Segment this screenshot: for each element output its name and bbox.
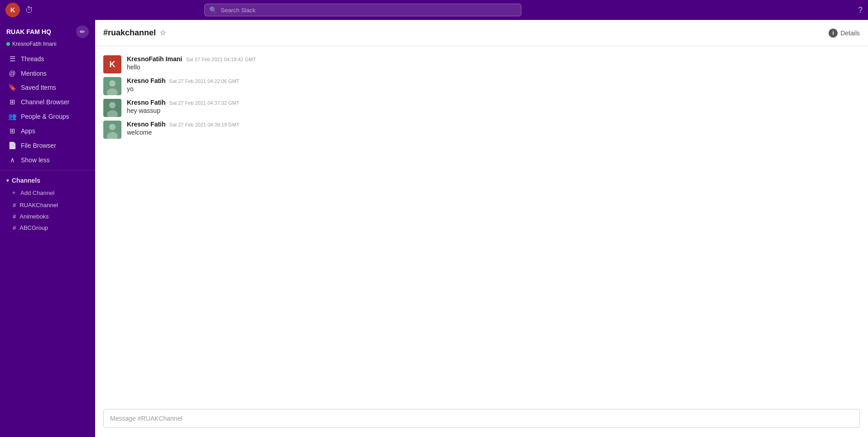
main-content: #ruakchannel ☆ i Details K KresnoFatih I… bbox=[95, 20, 868, 437]
channels-chevron-down-icon: ▾ bbox=[6, 178, 9, 184]
sidebar-item-channel-browser[interactable]: ⊞ Channel Browser bbox=[2, 95, 93, 109]
history-icon[interactable]: ⏱ bbox=[25, 5, 34, 15]
channel-header: #ruakchannel ☆ i Details bbox=[95, 20, 868, 46]
channel-name: ABCGroup bbox=[19, 224, 48, 231]
message-body: KresnoFatih Imani Sat 27 Feb 2021 04:18:… bbox=[127, 55, 256, 71]
message-meta: KresnoFatih Imani Sat 27 Feb 2021 04:18:… bbox=[127, 55, 256, 63]
chevron-up-icon: ∧ bbox=[8, 156, 16, 164]
kresno-avatar bbox=[103, 99, 121, 117]
table-row: K KresnoFatih Imani Sat 27 Feb 2021 04:1… bbox=[103, 55, 860, 73]
add-channel-button[interactable]: ＋ Add Channel bbox=[0, 186, 95, 199]
svg-point-1 bbox=[109, 80, 116, 87]
kresno-avatar bbox=[103, 121, 121, 139]
help-icon[interactable]: ? bbox=[858, 5, 863, 15]
table-row: Kresno Fatih Sat 27 Feb 2021 04:39:19 GM… bbox=[103, 121, 860, 139]
sidebar-item-mentions[interactable]: @ Mentions bbox=[2, 66, 93, 80]
message-time: Sat 27 Feb 2021 04:18:42 GMT bbox=[186, 57, 256, 62]
channel-item-ruakchannel[interactable]: # RUAKChannel bbox=[2, 199, 93, 211]
search-bar[interactable]: 🔍 bbox=[204, 4, 521, 16]
sidebar-item-label: Apps bbox=[21, 127, 35, 135]
sidebar-item-label: Channel Browser bbox=[21, 98, 69, 106]
sidebar-item-threads[interactable]: ☰ Threads bbox=[2, 52, 93, 66]
channel-title: #ruakchannel ☆ bbox=[103, 28, 166, 38]
message-author: KresnoFatih Imani bbox=[127, 55, 182, 63]
hash-icon: # bbox=[13, 224, 16, 231]
hash-icon: # bbox=[13, 202, 16, 209]
message-time: Sat 27 Feb 2021 04:39:19 GMT bbox=[169, 122, 240, 127]
online-indicator bbox=[6, 42, 10, 46]
sidebar-item-label: Show less bbox=[21, 156, 50, 164]
sidebar-username: KresnoFatih Imani bbox=[12, 41, 56, 47]
message-author: Kresno Fatih bbox=[127, 99, 166, 106]
message-body: Kresno Fatih Sat 27 Feb 2021 04:37:32 GM… bbox=[127, 99, 239, 114]
sidebar-item-saved[interactable]: 🔖 Saved Items bbox=[2, 80, 93, 95]
message-time: Sat 27 Feb 2021 04:22:06 GMT bbox=[169, 78, 240, 84]
sidebar-item-label: People & Groups bbox=[21, 113, 69, 120]
message-author: Kresno Fatih bbox=[127, 77, 166, 84]
messages-area: K KresnoFatih Imani Sat 27 Feb 2021 04:1… bbox=[95, 46, 868, 403]
edit-workspace-button[interactable]: ✏ bbox=[76, 25, 89, 38]
details-label: Details bbox=[840, 29, 860, 37]
channel-item-abcgroup[interactable]: # ABCGroup bbox=[2, 222, 93, 233]
message-time: Sat 27 Feb 2021 04:37:32 GMT bbox=[169, 100, 240, 106]
people-groups-icon: 👥 bbox=[8, 112, 16, 121]
kresno-avatar bbox=[103, 77, 121, 95]
message-body: Kresno Fatih Sat 27 Feb 2021 04:39:19 GM… bbox=[127, 121, 239, 136]
table-row: Kresno Fatih Sat 27 Feb 2021 04:22:06 GM… bbox=[103, 77, 860, 95]
channels-section-label: Channels bbox=[12, 177, 40, 184]
sidebar-item-label: Mentions bbox=[21, 70, 47, 77]
mentions-icon: @ bbox=[8, 69, 16, 77]
sidebar-item-file-browser[interactable]: 📄 File Browser bbox=[2, 138, 93, 153]
avatar: K bbox=[103, 55, 121, 73]
svg-point-7 bbox=[109, 124, 116, 130]
table-row: Kresno Fatih Sat 27 Feb 2021 04:37:32 GM… bbox=[103, 99, 860, 117]
svg-point-4 bbox=[109, 102, 116, 108]
hash-icon: # bbox=[13, 213, 16, 220]
saved-icon: 🔖 bbox=[8, 83, 16, 92]
sidebar-divider bbox=[0, 170, 95, 170]
info-icon: i bbox=[829, 29, 838, 38]
sidebar: RUAK FAM HQ ✏ KresnoFatih Imani ☰ Thread… bbox=[0, 20, 95, 437]
search-icon: 🔍 bbox=[209, 6, 217, 14]
main-layout: RUAK FAM HQ ✏ KresnoFatih Imani ☰ Thread… bbox=[0, 20, 868, 437]
sidebar-header: RUAK FAM HQ ✏ bbox=[0, 20, 95, 41]
message-input[interactable] bbox=[103, 409, 860, 428]
message-meta: Kresno Fatih Sat 27 Feb 2021 04:39:19 GM… bbox=[127, 121, 239, 128]
avatar bbox=[103, 121, 121, 139]
channel-browser-icon: ⊞ bbox=[8, 98, 16, 106]
add-icon: ＋ bbox=[11, 189, 17, 197]
sidebar-user: KresnoFatih Imani bbox=[0, 41, 95, 52]
sidebar-item-label: File Browser bbox=[21, 142, 56, 149]
sidebar-item-label: Threads bbox=[21, 55, 44, 63]
search-input[interactable] bbox=[221, 7, 516, 14]
sidebar-nav: ☰ Threads @ Mentions 🔖 Saved Items ⊞ Cha… bbox=[0, 52, 95, 167]
channel-item-animeboks[interactable]: # Animeboks bbox=[2, 211, 93, 222]
file-browser-icon: 📄 bbox=[8, 141, 16, 150]
add-channel-label: Add Channel bbox=[20, 189, 54, 196]
user-avatar[interactable]: K bbox=[5, 3, 20, 17]
workspace-name: RUAK FAM HQ bbox=[6, 28, 51, 35]
avatar bbox=[103, 99, 121, 117]
message-text: welcome bbox=[127, 129, 239, 136]
message-text: hello bbox=[127, 63, 256, 71]
details-button[interactable]: i Details bbox=[829, 29, 860, 38]
channel-name-heading: #ruakchannel bbox=[103, 28, 156, 38]
message-meta: Kresno Fatih Sat 27 Feb 2021 04:37:32 GM… bbox=[127, 99, 239, 106]
message-body: Kresno Fatih Sat 27 Feb 2021 04:22:06 GM… bbox=[127, 77, 239, 92]
channel-name: Animeboks bbox=[19, 213, 48, 220]
apps-icon: ⊞ bbox=[8, 127, 16, 135]
avatar bbox=[103, 77, 121, 95]
sidebar-item-label: Saved Items bbox=[21, 84, 56, 91]
threads-icon: ☰ bbox=[8, 55, 16, 63]
star-icon[interactable]: ☆ bbox=[159, 29, 166, 37]
message-text: hey wassup bbox=[127, 107, 239, 114]
sidebar-item-show-less[interactable]: ∧ Show less bbox=[2, 153, 93, 167]
channels-section-header[interactable]: ▾ Channels bbox=[0, 173, 95, 186]
message-author: Kresno Fatih bbox=[127, 121, 166, 128]
sidebar-item-people-groups[interactable]: 👥 People & Groups bbox=[2, 109, 93, 124]
message-input-area bbox=[95, 403, 868, 437]
channel-name: RUAKChannel bbox=[19, 202, 58, 209]
message-meta: Kresno Fatih Sat 27 Feb 2021 04:22:06 GM… bbox=[127, 77, 239, 84]
sidebar-item-apps[interactable]: ⊞ Apps bbox=[2, 124, 93, 138]
topbar: K ⏱ 🔍 ? bbox=[0, 0, 868, 20]
